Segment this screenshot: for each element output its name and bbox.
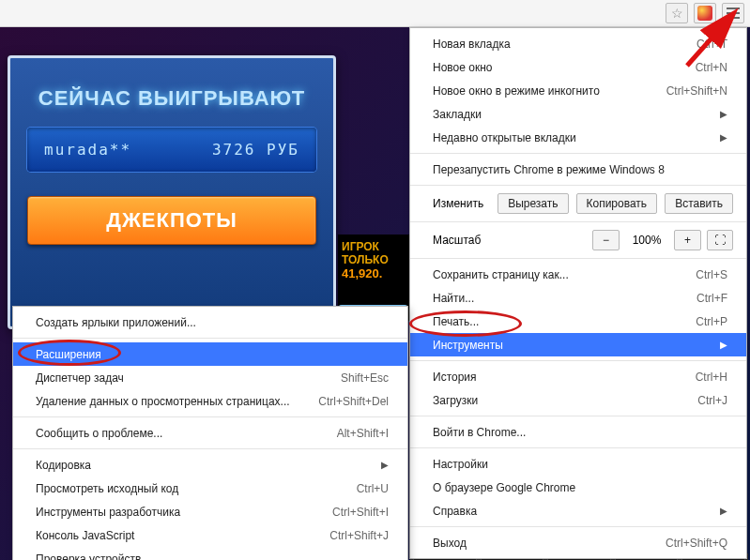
side-promo-line1: ИГРОК	[342, 240, 406, 253]
menu-separator	[410, 360, 746, 361]
zoom-value: 100%	[625, 234, 668, 247]
cut-button[interactable]: Вырезать	[497, 193, 568, 214]
submenu-report-issue[interactable]: Сообщить о проблеме...Alt+Shift+I	[13, 421, 407, 445]
chevron-right-icon: ▶	[720, 109, 727, 119]
paste-button[interactable]: Вставить	[665, 193, 733, 214]
star-icon: ☆	[671, 6, 683, 21]
menu-recent-tabs[interactable]: Недавно открытые вкладки▶	[410, 126, 746, 149]
hamburger-icon	[727, 8, 740, 19]
tools-submenu: Создать ярлыки приложений... Расширения …	[12, 306, 408, 560]
chevron-right-icon: ▶	[720, 132, 727, 143]
menu-separator	[410, 221, 746, 222]
submenu-js-console[interactable]: Консоль JavaScriptCtrl+Shift+J	[13, 523, 407, 547]
submenu-clear-data[interactable]: Удаление данных о просмотренных страница…	[13, 389, 407, 413]
chevron-right-icon: ▶	[720, 506, 727, 516]
side-promo-line2: ТОЛЬКО	[342, 253, 406, 266]
browser-toolbar: ☆	[0, 0, 750, 27]
menu-history[interactable]: ИсторияCtrl+H	[410, 365, 746, 388]
menu-incognito[interactable]: Новое окно в режиме инкогнитоCtrl+Shift+…	[410, 79, 746, 102]
submenu-encoding[interactable]: Кодировка▶	[13, 453, 407, 477]
menu-signin[interactable]: Войти в Chrome...	[410, 420, 746, 444]
menu-new-tab[interactable]: Новая вкладкаCtrl+T	[410, 32, 746, 55]
menu-help[interactable]: Справка▶	[410, 499, 746, 522]
submenu-view-source[interactable]: Просмотреть исходный кодCtrl+U	[13, 477, 407, 500]
submenu-inspect-devices[interactable]: Проверка устройств	[13, 547, 407, 560]
menu-exit[interactable]: ВыходCtrl+Shift+Q	[410, 531, 746, 554]
winner-box: murada** 3726 РУБ	[27, 128, 316, 172]
menu-separator	[410, 258, 746, 259]
submenu-dev-tools[interactable]: Инструменты разработчикаCtrl+Shift+I	[13, 500, 407, 523]
menu-print[interactable]: Печать...Ctrl+P	[410, 310, 746, 333]
menu-new-window[interactable]: Новое окноCtrl+N	[410, 55, 746, 79]
edit-label: Изменить	[433, 197, 483, 210]
menu-bookmarks[interactable]: Закладки▶	[410, 102, 746, 126]
chevron-right-icon: ▶	[720, 340, 727, 350]
menu-separator	[13, 416, 407, 417]
menu-relaunch-win8[interactable]: Перезапустить Chrome в режиме Windows 8	[410, 158, 746, 181]
menu-find[interactable]: Найти...Ctrl+F	[410, 286, 746, 310]
promo-title: СЕЙЧАС ВЫИГРЫВАЮТ	[27, 86, 316, 111]
submenu-task-manager[interactable]: Диспетчер задачShift+Esc	[13, 366, 407, 389]
zoom-out-button[interactable]: −	[592, 230, 620, 250]
menu-separator	[410, 153, 746, 154]
menu-edit-row: Изменить Вырезать Копировать Вставить	[410, 189, 746, 218]
zoom-label: Масштаб	[433, 234, 481, 247]
menu-save-as[interactable]: Сохранить страницу как...Ctrl+S	[410, 263, 746, 286]
chrome-menu-button[interactable]	[722, 3, 744, 23]
menu-downloads[interactable]: ЗагрузкиCtrl+J	[410, 388, 746, 412]
copy-button[interactable]: Копировать	[576, 193, 658, 214]
zoom-in-button[interactable]: +	[674, 230, 701, 250]
chevron-right-icon: ▶	[381, 460, 389, 470]
menu-separator	[13, 448, 407, 449]
bookmark-star-button[interactable]: ☆	[666, 3, 688, 23]
menu-separator	[410, 447, 746, 448]
extension-icon	[697, 6, 712, 21]
menu-separator	[13, 338, 407, 339]
submenu-create-shortcuts[interactable]: Создать ярлыки приложений...	[13, 310, 407, 334]
menu-separator	[410, 185, 746, 186]
winner-username: murada**	[44, 141, 131, 159]
side-promo-amount: 41,920.	[342, 266, 406, 280]
menu-tools[interactable]: Инструменты▶	[410, 333, 746, 356]
submenu-extensions[interactable]: Расширения	[13, 342, 407, 366]
menu-settings[interactable]: Настройки	[410, 452, 746, 476]
menu-zoom-row: Масштаб − 100% + ⛶	[410, 226, 746, 254]
menu-separator	[410, 526, 746, 527]
jackpots-button[interactable]: ДЖЕКПОТЫ	[27, 196, 316, 245]
chrome-main-menu: Новая вкладкаCtrl+T Новое окноCtrl+N Нов…	[409, 27, 747, 559]
promo-frame: СЕЙЧАС ВЫИГРЫВАЮТ murada** 3726 РУБ ДЖЕК…	[8, 55, 336, 329]
fullscreen-button[interactable]: ⛶	[707, 230, 733, 250]
menu-about[interactable]: О браузере Google Chrome	[410, 476, 746, 499]
extension-icon-button[interactable]	[694, 3, 716, 23]
menu-separator	[410, 416, 746, 416]
winner-amount: 3726 РУБ	[212, 141, 299, 159]
